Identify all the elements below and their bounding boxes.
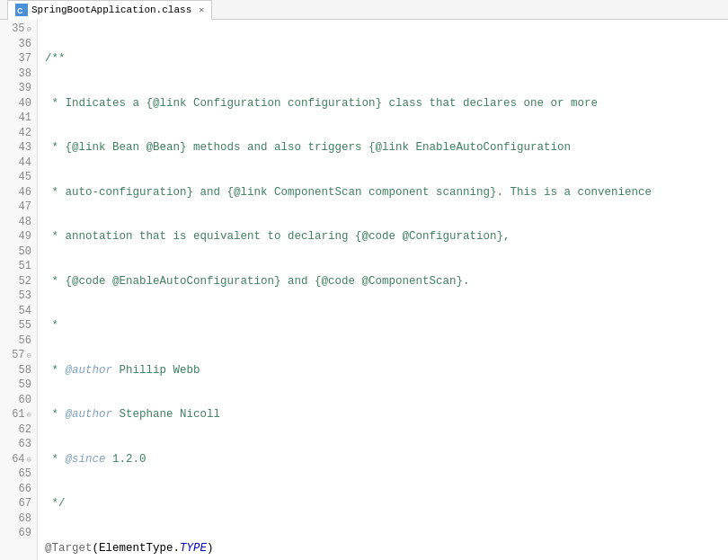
line-num-53: 53: [5, 289, 31, 304]
code-line-36: * Indicates a {@link Configuration confi…: [45, 96, 728, 111]
code-line-42: * @author Phillip Webb: [45, 363, 728, 378]
code-line-45: */: [45, 496, 728, 511]
line-num-56: 56: [5, 333, 31, 349]
line-num-57: 57⊖: [5, 348, 31, 363]
code-line-40: * {@code @EnableAutoConfiguration} and {…: [45, 274, 728, 289]
line-num-52: 52: [5, 274, 31, 289]
line-numbers: 35⊖ 36 37 38 39 40 41 42 43 44 45 46 47 …: [0, 20, 38, 560]
line-num-54: 54: [5, 304, 31, 319]
line-num-49: 49: [5, 229, 31, 244]
line-num-47: 47: [5, 200, 31, 215]
line-num-66: 66: [5, 482, 31, 497]
line-num-41: 41: [5, 111, 31, 126]
line-num-42: 42: [5, 126, 31, 141]
code-area[interactable]: /** * Indicates a {@link Configuration c…: [38, 20, 728, 560]
line-num-50: 50: [5, 244, 31, 260]
line-num-45: 45: [5, 170, 31, 185]
line-num-40: 40: [5, 96, 31, 111]
code-line-39: * annotation that is equivalent to decla…: [45, 229, 728, 244]
line-num-44: 44: [5, 156, 31, 171]
line-num-67: 67: [5, 496, 31, 511]
line-num-55: 55: [5, 318, 31, 333]
close-icon[interactable]: ✕: [199, 4, 204, 15]
line-num-69: 69: [5, 526, 31, 541]
code-line-43: * @author Stephane Nicoll: [45, 407, 728, 422]
java-class-icon: C: [15, 4, 28, 16]
line-num-61: 61⊖: [5, 407, 31, 422]
line-num-38: 38: [5, 67, 31, 82]
line-num-63: 63: [5, 437, 31, 452]
code-line-38: * auto-configuration} and {@link Compone…: [45, 185, 728, 200]
code-line-46: @Target(ElementType.TYPE): [45, 541, 728, 556]
line-num-60: 60: [5, 393, 31, 408]
code-line-35: /**: [45, 51, 728, 67]
line-num-64: 64⊖: [5, 452, 31, 467]
code-line-37: * {@link Bean @Bean} methods and also tr…: [45, 140, 728, 156]
line-num-59: 59: [5, 378, 31, 393]
editor-tab[interactable]: C SpringBootApplication.class ✕: [7, 0, 212, 20]
line-num-68: 68: [5, 511, 31, 527]
title-bar: C SpringBootApplication.class ✕: [0, 0, 728, 20]
line-num-39: 39: [5, 81, 31, 96]
code-line-41: *: [45, 318, 728, 333]
line-num-51: 51: [5, 259, 31, 274]
tab-label: SpringBootApplication.class: [31, 4, 191, 15]
editor: 35⊖ 36 37 38 39 40 41 42 43 44 45 46 47 …: [0, 20, 728, 560]
line-num-48: 48: [5, 215, 31, 230]
line-num-36: 36: [5, 37, 31, 52]
line-num-46: 46: [5, 185, 31, 200]
svg-text:C: C: [17, 6, 23, 15]
line-num-62: 62: [5, 422, 31, 438]
line-num-65: 65: [5, 467, 31, 482]
line-num-35: 35⊖: [5, 22, 31, 37]
line-num-43: 43: [5, 140, 31, 156]
code-line-44: * @since 1.2.0: [45, 452, 728, 467]
line-num-58: 58: [5, 363, 31, 378]
line-num-37: 37: [5, 51, 31, 67]
